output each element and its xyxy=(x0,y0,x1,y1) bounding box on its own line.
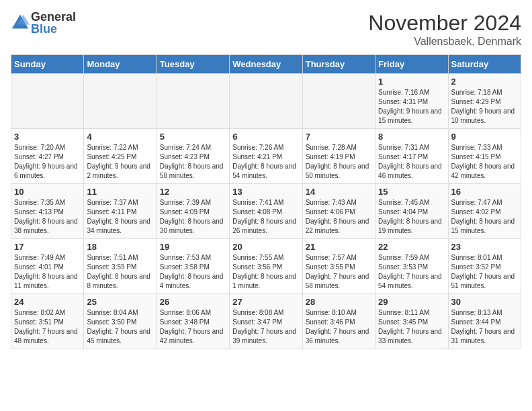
column-header-sunday: Sunday xyxy=(11,55,84,74)
calendar-cell: 18Sunrise: 7:51 AM Sunset: 3:59 PM Dayli… xyxy=(84,239,157,294)
calendar-cell: 12Sunrise: 7:39 AM Sunset: 4:09 PM Dayli… xyxy=(157,184,229,239)
calendar-cell: 1Sunrise: 7:16 AM Sunset: 4:31 PM Daylig… xyxy=(375,74,448,129)
day-info: Sunrise: 7:22 AM Sunset: 4:25 PM Dayligh… xyxy=(87,143,153,181)
day-info: Sunrise: 7:55 AM Sunset: 3:56 PM Dayligh… xyxy=(232,253,299,291)
day-info: Sunrise: 7:16 AM Sunset: 4:31 PM Dayligh… xyxy=(378,88,445,126)
day-number: 3 xyxy=(14,132,81,142)
day-info: Sunrise: 7:33 AM Sunset: 4:15 PM Dayligh… xyxy=(451,143,518,181)
column-header-thursday: Thursday xyxy=(302,55,375,74)
day-number: 6 xyxy=(232,132,299,142)
calendar-week-row: 3Sunrise: 7:20 AM Sunset: 4:27 PM Daylig… xyxy=(11,129,521,184)
logo-blue: Blue xyxy=(31,23,76,35)
calendar-cell: 27Sunrise: 8:08 AM Sunset: 3:47 PM Dayli… xyxy=(230,294,302,349)
day-number: 10 xyxy=(14,187,81,197)
day-number: 18 xyxy=(87,242,153,252)
calendar-cell: 5Sunrise: 7:24 AM Sunset: 4:23 PM Daylig… xyxy=(157,129,229,184)
day-number: 17 xyxy=(14,242,81,252)
day-info: Sunrise: 7:49 AM Sunset: 4:01 PM Dayligh… xyxy=(14,253,81,291)
day-info: Sunrise: 7:47 AM Sunset: 4:02 PM Dayligh… xyxy=(451,198,518,236)
day-info: Sunrise: 7:57 AM Sunset: 3:55 PM Dayligh… xyxy=(306,253,372,291)
calendar-cell: 11Sunrise: 7:37 AM Sunset: 4:11 PM Dayli… xyxy=(84,184,157,239)
day-info: Sunrise: 7:26 AM Sunset: 4:21 PM Dayligh… xyxy=(232,143,299,181)
calendar-cell: 20Sunrise: 7:55 AM Sunset: 3:56 PM Dayli… xyxy=(230,239,302,294)
day-info: Sunrise: 8:01 AM Sunset: 3:52 PM Dayligh… xyxy=(451,253,518,291)
day-number: 24 xyxy=(14,297,81,307)
calendar-cell: 3Sunrise: 7:20 AM Sunset: 4:27 PM Daylig… xyxy=(11,129,84,184)
calendar-cell: 28Sunrise: 8:10 AM Sunset: 3:46 PM Dayli… xyxy=(302,294,375,349)
day-info: Sunrise: 7:20 AM Sunset: 4:27 PM Dayligh… xyxy=(14,143,81,181)
column-header-friday: Friday xyxy=(375,55,448,74)
day-info: Sunrise: 7:28 AM Sunset: 4:19 PM Dayligh… xyxy=(306,143,372,181)
calendar-week-row: 1Sunrise: 7:16 AM Sunset: 4:31 PM Daylig… xyxy=(11,74,521,129)
calendar-cell: 8Sunrise: 7:31 AM Sunset: 4:17 PM Daylig… xyxy=(375,129,448,184)
day-info: Sunrise: 7:35 AM Sunset: 4:13 PM Dayligh… xyxy=(14,198,81,236)
day-number: 15 xyxy=(378,187,445,197)
day-info: Sunrise: 7:53 AM Sunset: 3:58 PM Dayligh… xyxy=(160,253,226,291)
day-number: 8 xyxy=(378,132,445,142)
calendar-cell: 19Sunrise: 7:53 AM Sunset: 3:58 PM Dayli… xyxy=(157,239,229,294)
day-info: Sunrise: 7:51 AM Sunset: 3:59 PM Dayligh… xyxy=(87,253,153,291)
day-number: 2 xyxy=(451,77,518,87)
calendar-week-row: 17Sunrise: 7:49 AM Sunset: 4:01 PM Dayli… xyxy=(11,239,521,294)
day-number: 4 xyxy=(87,132,153,142)
calendar-cell: 23Sunrise: 8:01 AM Sunset: 3:52 PM Dayli… xyxy=(448,239,521,294)
day-info: Sunrise: 8:08 AM Sunset: 3:47 PM Dayligh… xyxy=(232,308,299,346)
day-number: 26 xyxy=(160,297,226,307)
day-number: 7 xyxy=(306,132,372,142)
calendar-cell: 7Sunrise: 7:28 AM Sunset: 4:19 PM Daylig… xyxy=(302,129,375,184)
day-info: Sunrise: 7:59 AM Sunset: 3:53 PM Dayligh… xyxy=(378,253,445,291)
day-info: Sunrise: 7:31 AM Sunset: 4:17 PM Dayligh… xyxy=(378,143,445,181)
calendar-cell: 2Sunrise: 7:18 AM Sunset: 4:29 PM Daylig… xyxy=(448,74,521,129)
day-number: 28 xyxy=(306,297,372,307)
logo: General Blue xyxy=(11,11,76,35)
day-number: 1 xyxy=(378,77,445,87)
day-info: Sunrise: 7:37 AM Sunset: 4:11 PM Dayligh… xyxy=(87,198,153,236)
month-title: November 2024 xyxy=(368,11,521,36)
day-number: 14 xyxy=(306,187,372,197)
calendar-cell: 6Sunrise: 7:26 AM Sunset: 4:21 PM Daylig… xyxy=(230,129,302,184)
calendar-cell: 22Sunrise: 7:59 AM Sunset: 3:53 PM Dayli… xyxy=(375,239,448,294)
calendar-cell: 25Sunrise: 8:04 AM Sunset: 3:50 PM Dayli… xyxy=(84,294,157,349)
day-number: 16 xyxy=(451,187,518,197)
day-number: 9 xyxy=(451,132,518,142)
calendar-week-row: 10Sunrise: 7:35 AM Sunset: 4:13 PM Dayli… xyxy=(11,184,521,239)
logo-general: General xyxy=(31,11,76,23)
day-info: Sunrise: 8:11 AM Sunset: 3:45 PM Dayligh… xyxy=(378,308,445,346)
day-info: Sunrise: 7:41 AM Sunset: 4:08 PM Dayligh… xyxy=(232,198,299,236)
day-info: Sunrise: 7:18 AM Sunset: 4:29 PM Dayligh… xyxy=(451,88,518,126)
column-header-monday: Monday xyxy=(84,55,157,74)
calendar-cell: 29Sunrise: 8:11 AM Sunset: 3:45 PM Dayli… xyxy=(375,294,448,349)
day-number: 5 xyxy=(160,132,226,142)
calendar-cell: 26Sunrise: 8:06 AM Sunset: 3:48 PM Dayli… xyxy=(157,294,229,349)
day-number: 21 xyxy=(306,242,372,252)
column-header-saturday: Saturday xyxy=(448,55,521,74)
day-info: Sunrise: 7:45 AM Sunset: 4:04 PM Dayligh… xyxy=(378,198,445,236)
day-number: 30 xyxy=(451,297,518,307)
calendar-cell: 17Sunrise: 7:49 AM Sunset: 4:01 PM Dayli… xyxy=(11,239,84,294)
calendar-cell xyxy=(302,74,375,129)
logo-icon xyxy=(11,13,30,32)
calendar-cell: 15Sunrise: 7:45 AM Sunset: 4:04 PM Dayli… xyxy=(375,184,448,239)
logo-text: General Blue xyxy=(31,11,76,35)
day-info: Sunrise: 8:10 AM Sunset: 3:46 PM Dayligh… xyxy=(306,308,372,346)
calendar-header-row: SundayMondayTuesdayWednesdayThursdayFrid… xyxy=(11,55,521,74)
calendar-cell: 24Sunrise: 8:02 AM Sunset: 3:51 PM Dayli… xyxy=(11,294,84,349)
calendar-cell xyxy=(230,74,302,129)
day-info: Sunrise: 8:13 AM Sunset: 3:44 PM Dayligh… xyxy=(451,308,518,346)
calendar-cell: 10Sunrise: 7:35 AM Sunset: 4:13 PM Dayli… xyxy=(11,184,84,239)
calendar-cell xyxy=(84,74,157,129)
calendar-cell: 14Sunrise: 7:43 AM Sunset: 4:06 PM Dayli… xyxy=(302,184,375,239)
day-number: 23 xyxy=(451,242,518,252)
title-block: November 2024 Vallensbaek, Denmark xyxy=(368,11,521,48)
day-number: 12 xyxy=(160,187,226,197)
day-info: Sunrise: 8:04 AM Sunset: 3:50 PM Dayligh… xyxy=(87,308,153,346)
day-number: 22 xyxy=(378,242,445,252)
column-header-wednesday: Wednesday xyxy=(230,55,302,74)
location-title: Vallensbaek, Denmark xyxy=(368,36,521,48)
day-number: 27 xyxy=(232,297,299,307)
calendar-cell: 9Sunrise: 7:33 AM Sunset: 4:15 PM Daylig… xyxy=(448,129,521,184)
calendar-cell xyxy=(157,74,229,129)
calendar-week-row: 24Sunrise: 8:02 AM Sunset: 3:51 PM Dayli… xyxy=(11,294,521,349)
column-header-tuesday: Tuesday xyxy=(157,55,229,74)
day-number: 13 xyxy=(232,187,299,197)
